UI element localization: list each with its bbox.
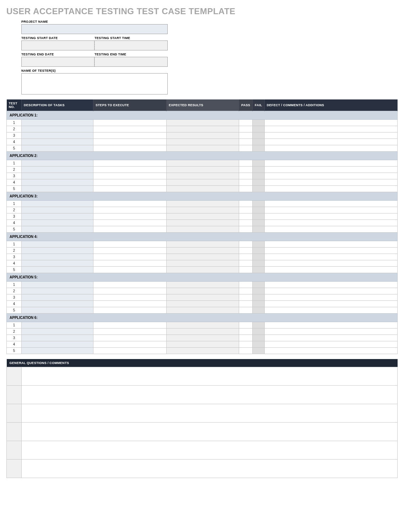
cell-defect[interactable] — [264, 179, 397, 186]
cell-description[interactable] — [22, 179, 93, 186]
cell-fail[interactable] — [253, 254, 265, 260]
cell-defect[interactable] — [264, 120, 397, 126]
cell-steps[interactable] — [93, 248, 167, 254]
cell-expected[interactable] — [167, 139, 239, 145]
cell-steps[interactable] — [93, 260, 167, 267]
cell-pass[interactable] — [239, 248, 253, 254]
cell-expected[interactable] — [167, 179, 239, 186]
cell-pass[interactable] — [239, 335, 253, 341]
cell-expected[interactable] — [167, 322, 239, 329]
cell-expected[interactable] — [167, 335, 239, 341]
cell-description[interactable] — [22, 248, 93, 254]
cell-description[interactable] — [22, 160, 93, 167]
cell-fail[interactable] — [253, 329, 265, 335]
cell-steps[interactable] — [93, 348, 167, 354]
cell-defect[interactable] — [264, 220, 397, 226]
cell-expected[interactable] — [167, 213, 239, 220]
cell-defect[interactable] — [264, 241, 397, 248]
cell-description[interactable] — [22, 329, 93, 335]
cell-steps[interactable] — [93, 294, 167, 301]
cell-defect[interactable] — [264, 301, 397, 307]
cell-defect[interactable] — [264, 226, 397, 233]
cell-description[interactable] — [22, 186, 93, 192]
cell-pass[interactable] — [239, 207, 253, 213]
cell-fail[interactable] — [253, 167, 265, 173]
cell-steps[interactable] — [93, 179, 167, 186]
cell-defect[interactable] — [264, 139, 397, 145]
cell-expected[interactable] — [167, 207, 239, 213]
testing-start-date-input[interactable] — [21, 40, 95, 50]
cell-pass[interactable] — [239, 267, 253, 273]
cell-steps[interactable] — [93, 132, 167, 139]
cell-pass[interactable] — [239, 167, 253, 173]
cell-defect[interactable] — [264, 160, 397, 167]
cell-fail[interactable] — [253, 160, 265, 167]
cell-description[interactable] — [22, 207, 93, 213]
cell-fail[interactable] — [253, 201, 265, 207]
cell-expected[interactable] — [167, 329, 239, 335]
cell-description[interactable] — [22, 120, 93, 126]
cell-steps[interactable] — [93, 241, 167, 248]
cell-expected[interactable] — [167, 167, 239, 173]
project-name-input[interactable] — [21, 24, 168, 34]
cell-description[interactable] — [22, 348, 93, 354]
cell-fail[interactable] — [253, 126, 265, 132]
cell-description[interactable] — [22, 201, 93, 207]
cell-fail[interactable] — [253, 241, 265, 248]
cell-pass[interactable] — [239, 341, 253, 348]
cell-defect[interactable] — [264, 348, 397, 354]
cell-fail[interactable] — [253, 307, 265, 314]
cell-description[interactable] — [22, 132, 93, 139]
cell-fail[interactable] — [253, 139, 265, 145]
cell-pass[interactable] — [239, 132, 253, 139]
cell-fail[interactable] — [253, 226, 265, 233]
cell-expected[interactable] — [167, 160, 239, 167]
cell-fail[interactable] — [253, 186, 265, 192]
cell-description[interactable] — [22, 288, 93, 294]
cell-steps[interactable] — [93, 139, 167, 145]
gq-number-cell[interactable] — [7, 367, 22, 386]
cell-pass[interactable] — [239, 145, 253, 152]
cell-steps[interactable] — [93, 226, 167, 233]
cell-defect[interactable] — [264, 254, 397, 260]
cell-pass[interactable] — [239, 329, 253, 335]
cell-fail[interactable] — [253, 248, 265, 254]
cell-expected[interactable] — [167, 254, 239, 260]
cell-description[interactable] — [22, 173, 93, 179]
cell-description[interactable] — [22, 167, 93, 173]
cell-fail[interactable] — [253, 294, 265, 301]
cell-defect[interactable] — [264, 186, 397, 192]
cell-expected[interactable] — [167, 288, 239, 294]
gq-number-cell[interactable] — [7, 423, 22, 441]
cell-description[interactable] — [22, 282, 93, 288]
cell-pass[interactable] — [239, 294, 253, 301]
cell-defect[interactable] — [264, 335, 397, 341]
cell-expected[interactable] — [167, 120, 239, 126]
cell-defect[interactable] — [264, 145, 397, 152]
cell-fail[interactable] — [253, 145, 265, 152]
cell-pass[interactable] — [239, 173, 253, 179]
cell-fail[interactable] — [253, 120, 265, 126]
gq-number-cell[interactable] — [7, 386, 22, 404]
cell-defect[interactable] — [264, 322, 397, 329]
cell-steps[interactable] — [93, 207, 167, 213]
cell-steps[interactable] — [93, 220, 167, 226]
cell-description[interactable] — [22, 226, 93, 233]
cell-fail[interactable] — [253, 207, 265, 213]
cell-description[interactable] — [22, 254, 93, 260]
cell-pass[interactable] — [239, 201, 253, 207]
cell-steps[interactable] — [93, 167, 167, 173]
tester-input[interactable] — [21, 73, 168, 94]
cell-pass[interactable] — [239, 348, 253, 354]
cell-expected[interactable] — [167, 294, 239, 301]
cell-description[interactable] — [22, 139, 93, 145]
cell-steps[interactable] — [93, 126, 167, 132]
cell-expected[interactable] — [167, 145, 239, 152]
cell-steps[interactable] — [93, 341, 167, 348]
cell-description[interactable] — [22, 145, 93, 152]
cell-pass[interactable] — [239, 220, 253, 226]
cell-fail[interactable] — [253, 341, 265, 348]
gq-comment-cell[interactable] — [22, 441, 398, 460]
cell-pass[interactable] — [239, 241, 253, 248]
cell-defect[interactable] — [264, 267, 397, 273]
